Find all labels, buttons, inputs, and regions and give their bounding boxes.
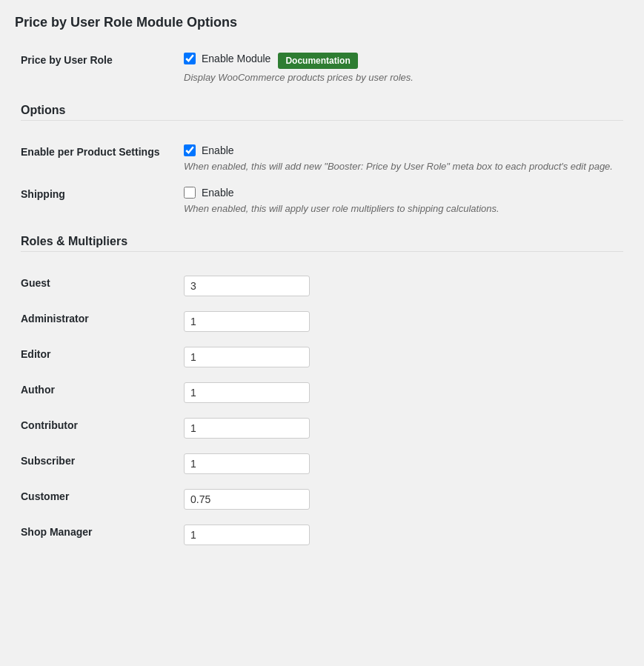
enable-module-label: Enable Module bbox=[202, 53, 270, 64]
role-input-author[interactable] bbox=[184, 382, 310, 403]
options-section-title: Options bbox=[21, 104, 623, 117]
role-label-3: Author bbox=[21, 384, 55, 396]
shipping-description: When enabled, this will apply user role … bbox=[184, 203, 623, 214]
table-row: Administrator bbox=[15, 304, 629, 339]
table-row: Guest bbox=[15, 268, 629, 304]
table-row: Shop Manager bbox=[15, 517, 629, 553]
role-input-shop-manager[interactable] bbox=[184, 525, 310, 545]
per-product-description: When enabled, this will add new "Booster… bbox=[184, 161, 623, 172]
table-row: Subscriber bbox=[15, 446, 629, 482]
role-input-contributor[interactable] bbox=[184, 418, 310, 439]
per-product-checkbox-label: Enable bbox=[202, 144, 234, 156]
role-label-1: Administrator bbox=[21, 313, 89, 324]
options-divider bbox=[21, 120, 623, 121]
page-title: Price by User Role Module Options bbox=[15, 15, 629, 30]
table-row: Editor bbox=[15, 339, 629, 375]
role-label-0: Guest bbox=[21, 277, 50, 289]
role-label-7: Shop Manager bbox=[21, 526, 92, 538]
roles-divider bbox=[21, 251, 623, 252]
per-product-label: Enable per Product Settings bbox=[21, 146, 159, 158]
role-input-guest[interactable] bbox=[184, 276, 310, 296]
documentation-button[interactable]: Documentation bbox=[278, 53, 357, 69]
price-by-user-role-description: Display WooCommerce products prices by u… bbox=[184, 72, 623, 83]
shipping-checkbox[interactable] bbox=[184, 187, 196, 199]
role-label-5: Subscriber bbox=[21, 455, 75, 467]
role-input-subscriber[interactable] bbox=[184, 453, 310, 474]
role-input-administrator[interactable] bbox=[184, 311, 310, 332]
shipping-checkbox-label: Enable bbox=[202, 187, 234, 199]
price-by-user-role-label: Price by User Role bbox=[21, 54, 113, 66]
enable-module-checkbox[interactable] bbox=[184, 53, 196, 64]
role-input-customer[interactable] bbox=[184, 489, 310, 510]
roles-section-title: Roles & Multipliers bbox=[21, 235, 623, 248]
role-label-2: Editor bbox=[21, 348, 50, 360]
table-row: Customer bbox=[15, 482, 629, 517]
per-product-checkbox[interactable] bbox=[184, 144, 196, 156]
role-label-4: Contributor bbox=[21, 419, 78, 431]
table-row: Author bbox=[15, 375, 629, 410]
shipping-label: Shipping bbox=[21, 188, 65, 200]
role-input-editor[interactable] bbox=[184, 347, 310, 367]
role-label-6: Customer bbox=[21, 490, 69, 502]
table-row: Contributor bbox=[15, 410, 629, 446]
